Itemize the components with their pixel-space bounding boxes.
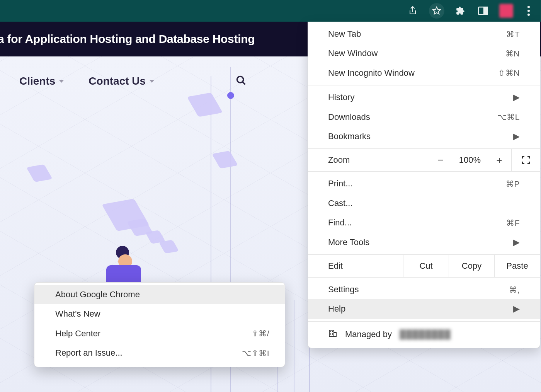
menu-item-new-incognito[interactable]: New Incognito Window ⇧⌘N	[308, 63, 540, 83]
zoom-in-button[interactable]: +	[487, 149, 511, 171]
svg-rect-1	[484, 7, 488, 15]
menu-item-new-tab[interactable]: New Tab ⌘T	[308, 24, 540, 44]
svg-point-2	[527, 6, 530, 8]
menu-shortcut: ⌘P	[506, 179, 520, 189]
nav-label: Contact Us	[88, 75, 146, 87]
zoom-label: Zoom	[308, 149, 429, 171]
menu-shortcut: ⌥⌘L	[497, 112, 520, 122]
menu-label: New Window	[328, 48, 378, 58]
menu-label: About Google Chrome	[55, 290, 140, 300]
menu-shortcut: ⇧⌘N	[498, 68, 520, 78]
menu-label: History	[328, 92, 354, 102]
zoom-value: 100%	[453, 149, 487, 171]
page-nav: Clients Contact Us	[19, 75, 154, 87]
menu-item-find[interactable]: Find... ⌘F	[308, 213, 540, 232]
menu-group-3: Print... ⌘P Cast... Find... ⌘F More Tool…	[308, 172, 540, 254]
star-icon	[430, 5, 443, 17]
profile-avatar[interactable]	[499, 4, 513, 18]
nav-item-clients[interactable]: Clients	[19, 75, 64, 87]
help-item-report-issue[interactable]: Report an Issue... ⌥⇧⌘I	[34, 343, 285, 363]
search-icon[interactable]	[236, 75, 247, 87]
menu-item-help[interactable]: Help ▶	[308, 299, 540, 319]
nav-item-contact[interactable]: Contact Us	[88, 75, 154, 87]
menu-group-1: New Tab ⌘T New Window ⌘N New Incognito W…	[308, 22, 540, 85]
decor-diamond	[26, 164, 53, 182]
menu-shortcut: ⌘,	[509, 285, 520, 295]
side-panel-icon[interactable]	[477, 5, 489, 17]
menu-group-4: Settings ⌘, Help ▶	[308, 278, 540, 321]
menu-item-edit: Edit Cut Copy Paste	[308, 254, 540, 278]
zoom-out-button[interactable]: −	[429, 149, 453, 171]
banner-text: eta for Application Hosting and Database…	[0, 32, 255, 46]
menu-shortcut: ⌘N	[505, 49, 520, 58]
menu-item-print[interactable]: Print... ⌘P	[308, 174, 540, 193]
menu-shortcut: ⌘F	[506, 218, 520, 228]
menu-label: Cast...	[328, 198, 353, 208]
menu-label: Settings	[328, 285, 359, 295]
chrome-menu: New Tab ⌘T New Window ⌘N New Incognito W…	[308, 22, 540, 348]
menu-shortcut: ⌥⇧⌘I	[242, 348, 269, 358]
menu-label: New Tab	[328, 29, 361, 39]
help-submenu: About Google Chrome What's New Help Cent…	[34, 282, 285, 367]
edit-copy-button[interactable]: Copy	[449, 255, 494, 277]
help-item-help-center[interactable]: Help Center ⇧⌘/	[34, 324, 285, 343]
svg-rect-7	[334, 332, 336, 337]
edit-paste-button[interactable]: Paste	[494, 255, 540, 277]
decor-diamond	[187, 92, 223, 117]
bookmark-star-wrap[interactable]	[429, 3, 444, 19]
menu-item-zoom: Zoom − 100% +	[308, 148, 540, 172]
menu-item-history[interactable]: History ▶	[308, 88, 540, 107]
chevron-right-icon: ▶	[513, 237, 520, 247]
menu-label: Report an Issue...	[55, 348, 122, 358]
menu-label: Bookmarks	[328, 131, 371, 141]
help-item-about-chrome[interactable]: About Google Chrome	[34, 285, 285, 304]
menu-item-settings[interactable]: Settings ⌘,	[308, 280, 540, 299]
extensions-icon[interactable]	[454, 5, 467, 17]
menu-group-2: History ▶ Downloads ⌥⌘L Bookmarks ▶	[308, 85, 540, 148]
menu-item-cast[interactable]: Cast...	[308, 194, 540, 213]
decor-diamond	[212, 151, 238, 169]
edit-label: Edit	[308, 255, 403, 277]
svg-rect-6	[329, 330, 334, 337]
menu-item-managed-by[interactable]: Managed by ████████	[308, 321, 540, 348]
decor-dot	[227, 92, 234, 99]
edit-cut-button[interactable]: Cut	[403, 255, 449, 277]
nav-label: Clients	[19, 75, 55, 87]
menu-item-new-window[interactable]: New Window ⌘N	[308, 44, 540, 63]
fullscreen-button[interactable]	[511, 149, 540, 171]
caret-down-icon	[150, 80, 154, 83]
building-icon	[328, 329, 337, 340]
share-icon[interactable]	[407, 5, 419, 17]
svg-point-4	[527, 14, 530, 16]
menu-label: Help	[328, 304, 345, 314]
kebab-menu-icon[interactable]	[523, 3, 534, 19]
menu-label: Find...	[328, 218, 352, 228]
menu-item-downloads[interactable]: Downloads ⌥⌘L	[308, 107, 540, 127]
chevron-right-icon: ▶	[513, 131, 520, 141]
menu-label: What's New	[55, 309, 100, 319]
menu-label: Downloads	[328, 112, 370, 122]
menu-item-bookmarks[interactable]: Bookmarks ▶	[308, 127, 540, 146]
menu-label: More Tools	[328, 237, 369, 247]
chevron-right-icon: ▶	[513, 92, 520, 102]
caret-down-icon	[59, 80, 64, 83]
help-item-whats-new[interactable]: What's New	[34, 304, 285, 324]
menu-label: New Incognito Window	[328, 68, 415, 78]
menu-item-more-tools[interactable]: More Tools ▶	[308, 233, 540, 252]
managed-by-org: ████████	[400, 329, 451, 339]
decor-diamond	[159, 240, 179, 254]
decor-line	[294, 300, 294, 392]
browser-toolbar	[0, 0, 541, 22]
chevron-right-icon: ▶	[513, 304, 520, 314]
svg-point-5	[237, 77, 243, 83]
svg-point-3	[527, 10, 530, 12]
menu-label: Print...	[328, 179, 353, 189]
menu-shortcut: ⌘T	[506, 29, 520, 39]
menu-label: Help Center	[55, 329, 100, 339]
managed-by-label: Managed by	[345, 329, 392, 339]
menu-shortcut: ⇧⌘/	[252, 329, 269, 338]
